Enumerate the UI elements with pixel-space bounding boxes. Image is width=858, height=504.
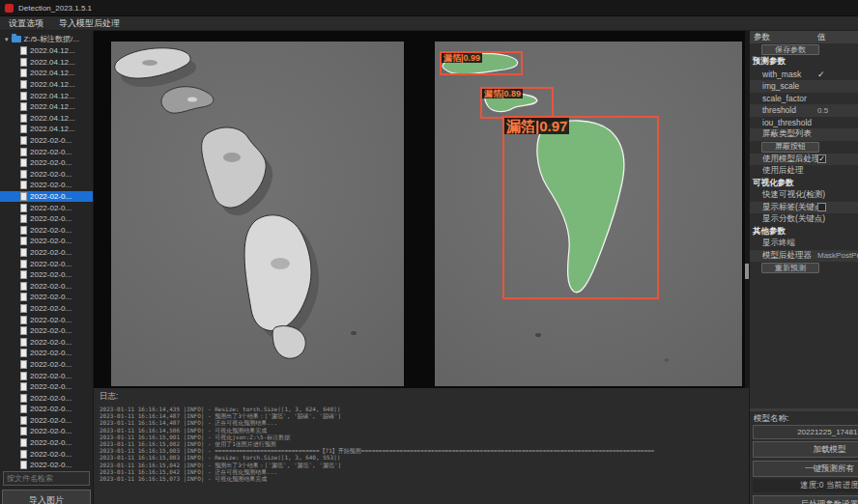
tree-item-label: 2022.04.12... bbox=[30, 114, 75, 123]
file-icon bbox=[20, 170, 27, 179]
predict-all-button[interactable]: 一键预测所有 bbox=[753, 461, 858, 477]
tree-item[interactable]: 2022.04.12... bbox=[0, 90, 94, 101]
tree-item-label: 2022-02-0... bbox=[30, 372, 72, 380]
file-tree[interactable]: ▾ Z:/5-标注数据/... 2022.04.12...2022.04.12.… bbox=[0, 33, 94, 469]
foil-fragment bbox=[272, 325, 305, 358]
param-row[interactable]: 使用模型后处理✓ bbox=[750, 154, 858, 166]
param-value[interactable] bbox=[812, 203, 826, 211]
param-value[interactable]: ✓ bbox=[812, 70, 825, 79]
tree-item[interactable]: 2022-02-0... bbox=[0, 460, 94, 469]
tree-item[interactable]: 2022-02-0... bbox=[0, 247, 94, 259]
param-button[interactable]: 重新预测 bbox=[761, 263, 819, 273]
tree-item[interactable]: 2022-02-0... bbox=[0, 303, 94, 315]
checkbox[interactable] bbox=[817, 203, 826, 211]
param-table-header: 参数 值 bbox=[750, 31, 858, 43]
tree-item[interactable]: 2022-02-0... bbox=[0, 169, 94, 181]
tree-item[interactable]: 2022-02-0... bbox=[0, 213, 94, 225]
param-row[interactable]: 显示分数(关键点) bbox=[750, 213, 858, 226]
import-images-button[interactable]: 导入图片 bbox=[2, 490, 91, 504]
param-label: iou_threshold bbox=[750, 118, 812, 127]
param-row[interactable]: 屏蔽类型列表 bbox=[750, 128, 858, 141]
postprocess-params-button[interactable]: 后处理参数设置 bbox=[753, 495, 858, 504]
log-line: 2023-01-11 16:16:14,487 |INFO| - 预测出了3个结… bbox=[100, 412, 749, 419]
log-panel[interactable]: 日志: 2023-01-11 16:16:14,435 |INFO| - Res… bbox=[94, 388, 749, 504]
tree-item[interactable]: 2022-02-0... bbox=[0, 258, 94, 269]
tree-item[interactable]: 2022-02-0... bbox=[0, 392, 94, 404]
tree-item[interactable]: 2022.04.12... bbox=[0, 45, 94, 57]
tree-item[interactable]: 2022.04.12... bbox=[0, 79, 94, 91]
tree-item[interactable]: 2022-02-0... bbox=[0, 202, 94, 213]
tree-item-label: 2022-02-0... bbox=[30, 394, 72, 403]
tree-item[interactable]: 2022-02-0... bbox=[0, 426, 94, 437]
tree-item[interactable]: 2022-02-0... bbox=[0, 437, 94, 449]
tree-root-folder[interactable]: ▾ Z:/5-标注数据/... bbox=[0, 33, 94, 45]
tree-item[interactable]: 2022-02-0... bbox=[0, 157, 94, 169]
checkbox[interactable]: ✓ bbox=[817, 154, 826, 163]
tree-item[interactable]: 2022-02-0... bbox=[0, 292, 94, 303]
tree-item[interactable]: 2022-02-0... bbox=[0, 135, 94, 147]
tree-item[interactable]: 2022-02-0... bbox=[0, 236, 94, 247]
file-icon bbox=[20, 148, 27, 156]
detection-label: 漏箔|0.89 bbox=[482, 89, 523, 98]
tree-item[interactable]: 2022-02-0... bbox=[0, 448, 94, 460]
param-value[interactable]: ✓ bbox=[812, 154, 826, 163]
file-icon bbox=[20, 293, 27, 301]
file-icon bbox=[20, 270, 27, 279]
param-row[interactable]: threshold0.5 bbox=[750, 104, 858, 117]
param-row[interactable]: 快速可视化(检测) bbox=[750, 189, 858, 202]
tree-item[interactable]: 2022-02-0... bbox=[0, 415, 94, 427]
param-value[interactable]: 0.5 bbox=[812, 106, 828, 115]
param-button[interactable]: 屏蔽按钮 bbox=[761, 142, 819, 153]
titlebar: Detection_2023.1.5.1 bbox=[0, 0, 858, 16]
image-viewer: 漏箔|0.99漏箔|0.89漏箔|0.97 bbox=[94, 31, 749, 388]
tree-item[interactable]: 2022.04.12... bbox=[0, 68, 94, 79]
tree-item[interactable]: 2022-02-0... bbox=[0, 370, 94, 381]
search-input[interactable] bbox=[3, 471, 90, 486]
tree-item[interactable]: 2022-02-0... bbox=[0, 146, 94, 157]
tree-item[interactable]: 2022-02-0... bbox=[0, 180, 94, 191]
tree-item[interactable]: 2022.04.12... bbox=[0, 101, 94, 113]
tree-item[interactable]: 2022.04.12... bbox=[0, 113, 94, 125]
param-row[interactable]: 模型后处理器MaskPostProc bbox=[750, 250, 858, 263]
menu-item[interactable]: 导入模型后处理 bbox=[59, 17, 120, 30]
app-logo-icon bbox=[5, 4, 14, 13]
tree-item[interactable]: 2022-02-0... bbox=[0, 348, 94, 359]
file-icon bbox=[20, 360, 27, 369]
param-value[interactable]: MaskPostProc bbox=[812, 251, 858, 260]
tree-item[interactable]: 2022-02-0... bbox=[0, 325, 94, 337]
load-model-button[interactable]: 加载模型 bbox=[753, 441, 858, 458]
tree-item[interactable]: 2022-02-0... bbox=[0, 269, 94, 281]
param-row[interactable]: 使用后处理 bbox=[750, 165, 858, 178]
tree-item[interactable]: 2022-02-0... bbox=[0, 225, 94, 237]
param-label: 使用后处理 bbox=[750, 165, 812, 177]
source-image-panel[interactable] bbox=[111, 42, 404, 386]
file-icon bbox=[20, 102, 27, 111]
tree-item[interactable]: 2022-02-0... bbox=[0, 314, 94, 325]
tree-item[interactable]: 2022.04.12... bbox=[0, 57, 94, 69]
menu-item[interactable]: 设置选项 bbox=[9, 17, 43, 30]
tree-item-label: 2022-02-0... bbox=[30, 382, 72, 391]
tree-item[interactable]: 2022-02-0... bbox=[0, 381, 94, 393]
tree-item-label: 2022-02-0... bbox=[30, 304, 72, 313]
detection-box: 漏箔|0.97 bbox=[502, 116, 659, 299]
file-icon bbox=[20, 461, 27, 469]
param-row[interactable]: 显示标签(关键点) bbox=[750, 202, 858, 214]
tree-item[interactable]: 2022-02-0... bbox=[0, 280, 94, 292]
model-name-field[interactable]: 20221225_174813 bbox=[753, 425, 858, 439]
dark-spot bbox=[535, 333, 541, 337]
tree-item[interactable]: 2022-02-0... bbox=[0, 404, 94, 415]
param-row[interactable]: img_scale bbox=[750, 80, 858, 93]
param-row[interactable]: scale_factor bbox=[750, 93, 858, 105]
tree-item[interactable]: 2022-02-0... bbox=[0, 359, 94, 371]
tree-item[interactable]: 2022-02-0... bbox=[0, 336, 94, 348]
chevron-down-icon[interactable]: ▾ bbox=[5, 36, 9, 43]
prediction-image-panel[interactable]: 漏箔|0.99漏箔|0.89漏箔|0.97 bbox=[435, 42, 742, 386]
param-row[interactable]: 显示终端 bbox=[750, 238, 858, 250]
tree-item[interactable]: 2022.04.12... bbox=[0, 124, 94, 135]
tree-root-label: Z:/5-标注数据/... bbox=[24, 34, 79, 44]
param-button[interactable]: 保存参数 bbox=[761, 44, 819, 55]
tree-item[interactable]: 2022-02-0... bbox=[0, 191, 94, 203]
param-row[interactable]: iou_threshold bbox=[750, 117, 858, 129]
param-button-row: 重新预测 bbox=[750, 262, 858, 274]
param-row[interactable]: with_mask✓ bbox=[750, 69, 858, 81]
